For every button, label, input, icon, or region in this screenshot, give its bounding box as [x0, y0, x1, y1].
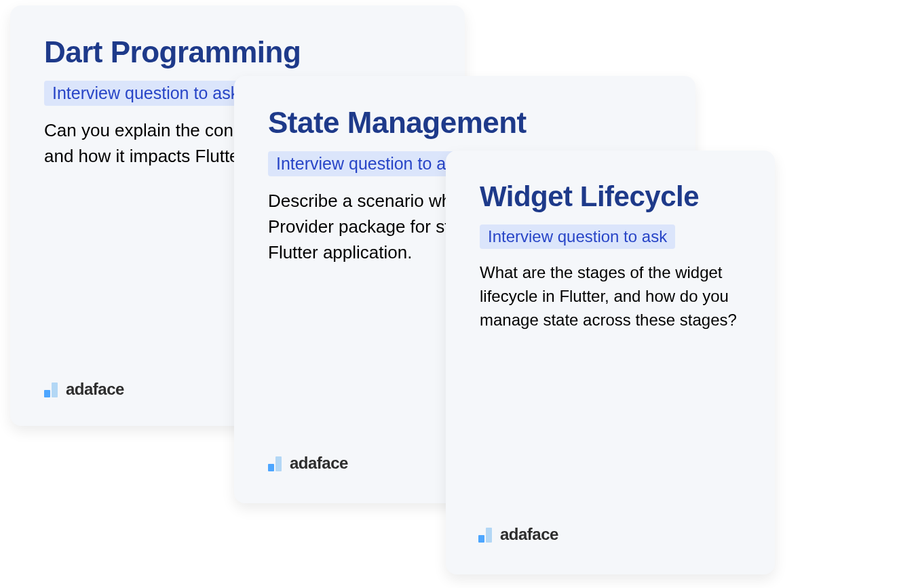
- brand-name: adaface: [290, 454, 348, 473]
- bar-chart-icon: [478, 526, 495, 543]
- badge-label: Interview question to ask: [268, 151, 471, 176]
- badge-label: Interview question to ask: [480, 224, 675, 249]
- question-text: What are the stages of the widget lifecy…: [480, 261, 741, 332]
- bar-chart-icon: [44, 381, 60, 397]
- interview-card-widget: Widget Lifecycle Interview question to a…: [446, 151, 775, 574]
- brand-name: adaface: [66, 380, 124, 399]
- badge-label: Interview question to ask: [44, 81, 247, 106]
- card-title: State Management: [268, 106, 662, 139]
- bar-chart-icon: [268, 455, 284, 471]
- brand-logo: adaface: [44, 380, 124, 399]
- card-title: Widget Lifecycle: [480, 181, 741, 212]
- brand-name: adaface: [500, 525, 558, 544]
- card-title: Dart Programming: [44, 36, 431, 68]
- brand-logo: adaface: [268, 454, 348, 473]
- brand-logo: adaface: [478, 525, 558, 544]
